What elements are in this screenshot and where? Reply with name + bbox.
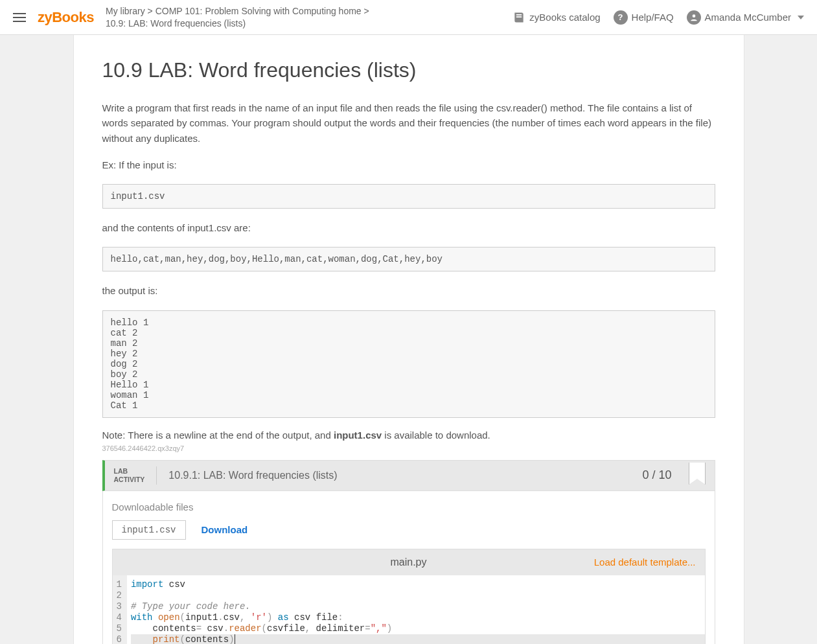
topbar: zyBooks My library > COMP 101: Problem S…: [0, 0, 817, 35]
catalog-link[interactable]: zyBooks catalog: [512, 11, 600, 24]
downloads-label: Downloadable files: [112, 501, 706, 512]
example-input-box: input1.csv: [102, 184, 715, 209]
contents-label: and the contents of input1.csv are:: [102, 220, 715, 235]
breadcrumb-course[interactable]: COMP 101: Problem Solving with Computing…: [155, 6, 362, 16]
note-file-link[interactable]: input1.csv: [334, 430, 382, 441]
catalog-label: zyBooks catalog: [529, 12, 600, 23]
contents-box: hello,cat,man,hey,dog,boy,Hello,man,cat,…: [102, 247, 715, 271]
editor-filename: main.py: [390, 557, 426, 568]
lab-badge: LABACTIVITY: [114, 467, 145, 483]
avatar-icon: [687, 10, 701, 25]
editor-tab: main.py Load default template...: [113, 549, 705, 575]
breadcrumb-library[interactable]: My library: [106, 6, 145, 16]
line-gutter: 123456: [113, 575, 127, 645]
code-editor: main.py Load default template... 123456 …: [112, 549, 706, 645]
example-label: Ex: If the input is:: [102, 157, 715, 172]
menu-icon[interactable]: [13, 10, 29, 25]
activity-hash: 376546.2446422.qx3zqy7: [102, 444, 715, 452]
bookmark-icon[interactable]: [689, 463, 706, 485]
downloads-panel: Downloadable files input1.csv Download m…: [102, 491, 715, 645]
help-icon: ?: [614, 10, 628, 25]
note: Note: There is a newline at the end of t…: [102, 430, 715, 441]
breadcrumb: My library > COMP 101: Problem Solving w…: [106, 5, 512, 30]
code-lines[interactable]: import csv # Type your code here. with o…: [127, 575, 705, 645]
main-content: 10.9 LAB: Word frequencies (lists) Write…: [73, 35, 744, 644]
output-box: hello 1 cat 2 man 2 hey 2 dog 2 boy 2 He…: [102, 310, 715, 418]
divider: [156, 466, 157, 485]
book-icon: [512, 11, 525, 24]
code-area[interactable]: 123456 import csv # Type your code here.…: [113, 575, 705, 645]
page-title: 10.9 LAB: Word frequencies (lists): [102, 58, 715, 82]
help-link[interactable]: ? Help/FAQ: [614, 10, 674, 25]
help-label: Help/FAQ: [632, 12, 674, 23]
intro-paragraph: Write a program that first reads in the …: [102, 100, 715, 146]
user-name: Amanda McCumber: [705, 12, 791, 23]
download-link[interactable]: Download: [201, 524, 248, 535]
lab-header: LABACTIVITY 10.9.1: LAB: Word frequencie…: [102, 460, 715, 491]
lab-title: 10.9.1: LAB: Word frequencies (lists): [168, 470, 630, 481]
svg-point-0: [692, 14, 695, 17]
user-menu[interactable]: Amanda McCumber: [687, 10, 804, 25]
logo[interactable]: zyBooks: [38, 9, 94, 26]
breadcrumb-page: 10.9: LAB: Word frequencies (lists): [106, 18, 246, 29]
lab-score: 0 / 10: [642, 468, 671, 482]
chevron-down-icon: [798, 16, 804, 19]
output-label: the output is:: [102, 283, 715, 298]
load-template-link[interactable]: Load default template...: [594, 557, 696, 568]
file-chip: input1.csv: [112, 520, 186, 540]
topbar-right: zyBooks catalog ? Help/FAQ Amanda McCumb…: [512, 10, 804, 25]
